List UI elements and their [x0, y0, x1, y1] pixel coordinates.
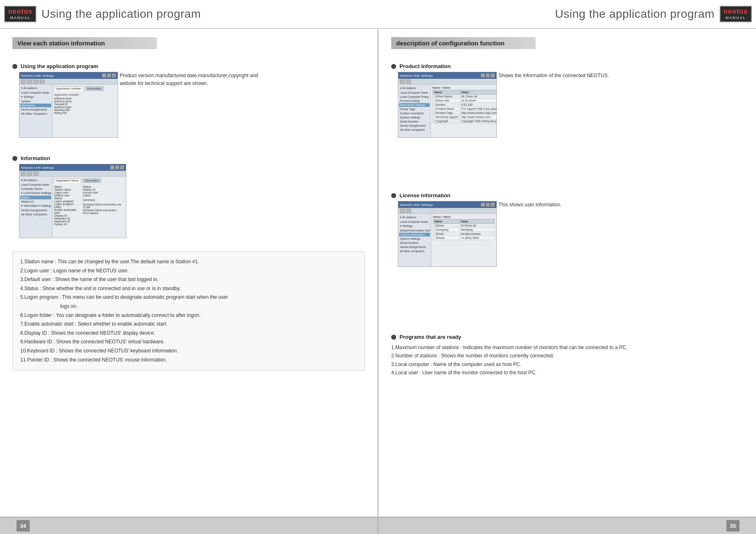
ss1-si-7: All Other Computers [20, 112, 51, 116]
ss3-row1: □Driver Name NL Driver all [433, 95, 496, 99]
ss1-controls: _ □ × [102, 73, 116, 78]
ss3-sidebar: ▾ All stations Local Computer Node Local… [398, 85, 431, 137]
screenshot-3-inner: Network LiNK Settings _ □ × ▾ All s [398, 72, 496, 137]
ss3-r6c2: http://www.neotus.com [460, 115, 496, 119]
ss3-max[interactable]: □ [486, 73, 490, 78]
info-box-text: 1.Station name : This can be changed by … [20, 258, 357, 364]
ss3-titlebar: Network LiNK Settings _ □ × [398, 72, 496, 79]
main-content: View each station information Using the … [0, 29, 756, 517]
screenshot-4-inner: Network LiNK Settings _ □ × ▾ All s [398, 201, 496, 267]
ss3-tb-btn2[interactable] [406, 80, 411, 84]
ss3-r3c1: □Version [433, 103, 460, 107]
ss2-max[interactable]: □ [115, 165, 119, 170]
ss3-r7c2: Copyright 1996 infinity All propriety an… [460, 119, 496, 123]
ss3-row3: □Version 4.52.100 [433, 103, 496, 107]
section-1-text: Product version,manufactured date,manufa… [118, 72, 365, 143]
ss3-row7: □Copyright Copyright 1996 infinity All p… [433, 119, 496, 123]
ss3-r5c1: □Product Tags [433, 111, 460, 115]
screenshot-2: Network LiNK Settings _ □ × [19, 164, 126, 238]
ss4-r2c1: □Company [433, 228, 460, 232]
ss3-min[interactable]: _ [481, 73, 485, 78]
ss2-close[interactable]: × [120, 165, 124, 170]
ss4-row3: □Email Neo@company [433, 232, 495, 236]
ss3-si-6: Printer Tags [399, 107, 430, 111]
ss4-r1c2: NI Driver all [459, 224, 494, 228]
ss4-si-1: ▾ All stations [399, 215, 430, 220]
ss4-max[interactable]: □ [486, 203, 490, 207]
ss3-si-9: Serial Number [399, 120, 430, 123]
bullet-r2-heading: License Information [391, 192, 744, 198]
ss1-info-text: antivirus area antivirus area Firewall I… [54, 97, 116, 114]
logo-left: neotus MANUAL [4, 6, 36, 22]
ss3-si-5[interactable]: Information Settings [399, 103, 430, 107]
ss4-si-9: all other computers [399, 249, 430, 253]
ss2-tab2[interactable]: Information [83, 178, 101, 183]
logo-manual-left: MANUAL [10, 16, 31, 20]
ss2-si-1: ▾ All stations [20, 178, 51, 182]
ss3-title-text: Network LiNK Settings [400, 74, 433, 78]
ss3-si-7: Custom command [399, 111, 430, 115]
ss1-tb-btn2[interactable] [27, 80, 32, 84]
ss3-si-4: Prevent Setting [399, 99, 430, 103]
ss1-body: ▾ All stations Local Computer Node ▾ Set… [19, 85, 118, 137]
ss1-min[interactable]: _ [102, 73, 106, 78]
screenshot-4: Network LiNK Settings _ □ × ▾ All s [398, 201, 497, 267]
ss3-close[interactable]: × [491, 73, 495, 78]
ss3-col2: Value [460, 90, 496, 95]
ss1-close[interactable]: × [112, 73, 116, 78]
ss3-r7c1: □Copyright [433, 119, 460, 123]
bullet-r3-icon [391, 335, 396, 340]
ss2-body: ▾ All stations Local Computer Node Compu… [19, 177, 126, 238]
ss2-tb-btn3[interactable] [33, 172, 38, 176]
ss3-body: ▾ All stations Local Computer Node Local… [398, 85, 496, 137]
ss2-toolbar [19, 171, 126, 177]
ss4-r3c2: Neo@company [459, 232, 494, 236]
ss1-tab1[interactable]: Application Installer [54, 86, 83, 91]
bullet-1-body: Product version,manufactured date,manufa… [120, 72, 365, 87]
section-2-row: Network LiNK Settings _ □ × [12, 164, 365, 243]
ss4-si-6: System settings [399, 237, 430, 241]
ss3-row5: □Product Tags http://www.neotus-help.com [433, 111, 496, 115]
ss3-si-3: Local Computer Policy [399, 95, 430, 99]
ss2-title-text: Network LiNK Settings [21, 166, 54, 170]
ss4-si-4: Default Information Settings [399, 229, 430, 232]
ss1-tab2[interactable]: Information [85, 86, 104, 91]
ss2-min[interactable]: _ [110, 165, 114, 170]
ss1-titlebar: Network LiNK Settings _ □ × [19, 72, 118, 79]
ss2-tb-btn2[interactable] [27, 172, 32, 176]
ss3-toolbar [398, 79, 496, 85]
bullet-1-icon [12, 64, 17, 69]
ss4-si-5[interactable]: License Information [399, 233, 430, 236]
ss1-max[interactable]: □ [107, 73, 111, 78]
header-title-left: Using the application program [41, 7, 201, 21]
screenshot-2-inner: Network LiNK Settings _ □ × [19, 164, 126, 238]
ss2-si-5[interactable]: Station [20, 196, 51, 199]
ss2-si-6: Station #1 [20, 200, 51, 203]
ss1-tb-btn3[interactable] [33, 80, 38, 84]
ss4-si-2: Local Computer Node [399, 220, 430, 224]
ss2-tab1[interactable]: Application Name [54, 178, 81, 183]
ss3-r4c2: P/V support help if you please double cl… [460, 107, 496, 111]
ss3-r5c2: http://www.neotus-help.com [460, 111, 496, 115]
ss4-tb-btn2[interactable] [406, 209, 411, 213]
bullet-2-heading: Information [12, 155, 365, 161]
bullet-r2-body: This shows user information. [498, 201, 744, 209]
ss4-min[interactable]: _ [481, 203, 485, 207]
ss1-si-5[interactable]: Information [20, 104, 51, 107]
header-left: neotus MANUAL Using the application prog… [4, 6, 378, 22]
ss3-si-10: Device Assignments [399, 124, 430, 128]
programs-item-2: 2.Number of stations : Shows the number … [391, 352, 744, 360]
bullet-r1-icon [391, 64, 396, 69]
ss4-close[interactable]: × [491, 203, 495, 207]
ss3-si-8: System settings [399, 116, 430, 119]
ss2-tb-btn1[interactable] [21, 172, 26, 176]
ss4-tb-btn1[interactable] [400, 209, 405, 213]
section-r1-row: Network LiNK Settings _ □ × ▾ All s [391, 72, 744, 143]
bullet-1-heading: Using the application program [12, 63, 365, 69]
ss1-tb-btn4[interactable] [40, 80, 45, 84]
ss3-r2c2: nk-dr-driver [460, 99, 496, 103]
ss2-content: Name Station name Logon user Default use… [54, 185, 124, 226]
ss3-tb-btn1[interactable] [400, 80, 405, 84]
left-section-title: View each station information [12, 37, 157, 49]
ss1-tb-btn1[interactable] [21, 80, 26, 84]
